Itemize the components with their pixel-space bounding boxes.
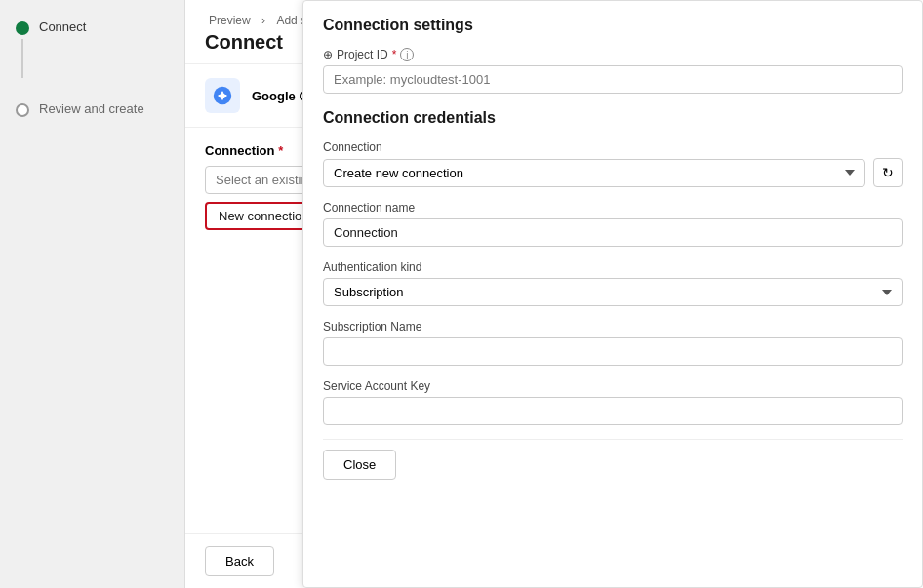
step-circle-review — [16, 103, 29, 117]
settings-overlay: Connection settings ⊕ Project ID * i Con… — [302, 128, 923, 533]
subscription-name-field: Subscription Name — [323, 320, 903, 366]
connection-dropdown-wrapper: Create new connection Use existing conne… — [323, 158, 903, 187]
breadcrumb-preview: Preview — [209, 14, 251, 27]
refresh-button[interactable]: ↻ — [873, 158, 903, 187]
step-indicator-review — [16, 101, 29, 117]
service-account-key-field: Service Account Key — [323, 379, 903, 425]
settings-footer: Close — [323, 439, 903, 480]
main-panel: Preview › Add source Connect ✕ Google Cl… — [185, 0, 923, 588]
footer-left: Back — [205, 546, 274, 576]
required-indicator: * — [278, 143, 283, 158]
step-review: Review and create — [16, 101, 169, 117]
step-line — [21, 39, 23, 78]
step-label-review: Review and create — [39, 101, 144, 116]
sidebar: Connect Review and create — [0, 0, 185, 588]
subscription-name-label: Subscription Name — [323, 320, 903, 333]
connection-select[interactable]: Create new connection Use existing conne… — [323, 159, 865, 187]
connection-name-input[interactable] — [323, 218, 903, 247]
auth-kind-label: Authentication kind — [323, 260, 903, 274]
auth-kind-field: Authentication kind Subscription Service… — [323, 260, 903, 306]
step-connect: Connect — [16, 20, 169, 78]
breadcrumb-separator: › — [261, 14, 265, 27]
auth-kind-select[interactable]: Subscription Service Account — [323, 278, 903, 306]
source-icon — [205, 78, 240, 113]
svg-point-1 — [220, 93, 225, 98]
connection-name-field: Connection name — [323, 201, 903, 247]
content-area: Connection * New connection Connection s… — [185, 128, 923, 533]
back-button[interactable]: Back — [205, 546, 274, 576]
step-indicator-connect — [16, 20, 29, 78]
step-label-connect: Connect — [39, 20, 86, 34]
step-circle-connect — [16, 21, 29, 35]
close-panel-button[interactable]: Close — [323, 450, 396, 480]
connection-name-label: Connection name — [323, 201, 903, 215]
connection-dropdown-field: Connection Create new connection Use exi… — [323, 140, 903, 187]
connection-dropdown-label: Connection — [323, 140, 903, 154]
service-account-key-label: Service Account Key — [323, 379, 903, 393]
subscription-name-input[interactable] — [323, 337, 903, 366]
service-account-key-input[interactable] — [323, 397, 903, 425]
